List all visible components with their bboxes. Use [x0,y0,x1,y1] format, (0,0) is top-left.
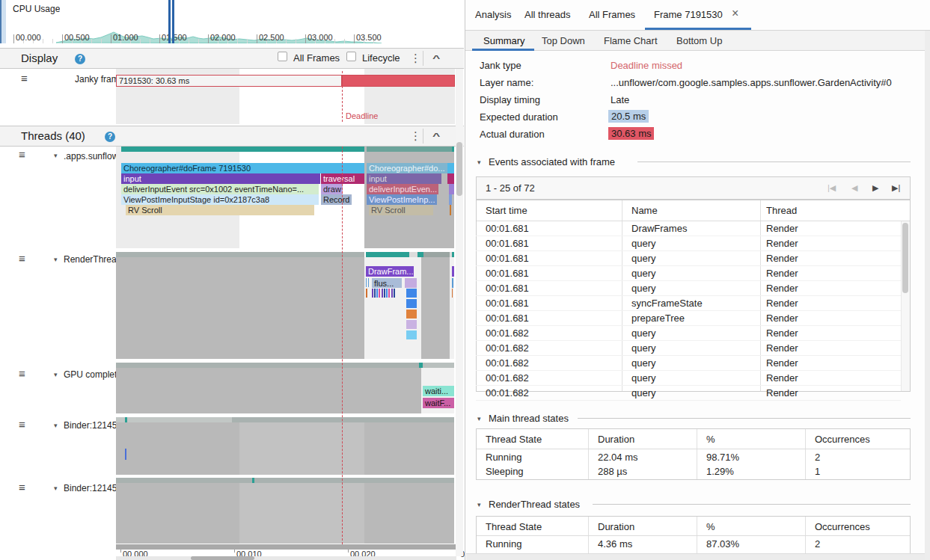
table-row[interactable]: Running 22.04 ms 98.71% 2 [476,450,909,464]
tab-flame-chart[interactable]: Flame Chart [604,35,658,46]
thread-label-renderthread[interactable]: RenderThread [64,254,121,265]
janky-frame-bar[interactable]: 7191530: 30.63 ms [116,75,342,87]
table-row[interactable]: 00:01.682 query Render [476,341,901,356]
table-row[interactable]: 00:01.681 query Render [476,281,901,296]
caret-down-icon[interactable]: ▾ [54,422,58,429]
kebab-menu-icon[interactable]: ⋮ [410,52,421,65]
tab-top-down[interactable]: Top Down [542,35,585,46]
table-row[interactable]: 00:01.681 prepareTree Render [476,311,901,326]
jank-type-value: Deadline missed [611,60,682,71]
trace-event-traversal[interactable]: traversal [321,173,364,184]
table-row[interactable]: 00:01.681 DrawFrames Render [476,221,901,236]
selection-marker[interactable] [168,0,171,43]
drag-handle-icon[interactable]: ≡ [19,482,25,493]
caret-down-icon[interactable]: ▾ [54,256,58,263]
events-col-name[interactable]: Name [631,205,658,216]
collapse-chevron-icon[interactable]: ^ [432,54,440,63]
states-col-thread-state[interactable]: Thread State [486,434,542,445]
trace-event-rv-scroll-dim[interactable]: RV Scroll [369,205,433,215]
last-page-icon[interactable]: ▶| [892,183,900,193]
section-collapse-caret-icon[interactable]: ▾ [477,501,481,508]
states-col-percent[interactable]: % [706,434,715,445]
events-scrollbar-thumb[interactable] [902,223,908,293]
caret-down-icon[interactable]: ▾ [54,484,58,492]
thread-state-bar[interactable] [121,147,364,152]
drag-handle-icon[interactable]: ≡ [19,369,25,379]
display-timing-label: Display timing [480,94,540,105]
trace-event-input[interactable]: input [121,173,320,184]
h-scrollbar-track[interactable] [466,553,925,560]
janky-frame-bar-overrun[interactable] [342,75,455,87]
collapse-chevron-icon[interactable]: ^ [432,132,440,141]
h-scrollbar-thumb[interactable] [191,556,254,560]
states-col-duration[interactable]: Duration [598,434,634,445]
selection-marker[interactable] [172,0,174,43]
trace-event-draw[interactable]: draw [321,184,343,194]
thread-state-bar-dim[interactable] [367,147,452,152]
events-col-start-time[interactable]: Start time [486,205,527,216]
states-col-duration[interactable]: Duration [598,521,634,532]
trace-event-choreographer[interactable]: Choreographer#doFrame 7191530 [121,163,364,173]
trace-event-choreographer-dim[interactable]: Choreographer#do... [367,163,452,173]
table-row[interactable]: 00:01.681 query Render [476,236,901,251]
all-frames-checkbox[interactable] [278,52,287,61]
tab-frame-7191530[interactable]: Frame 7191530 [654,9,723,20]
drag-handle-icon[interactable]: ≡ [19,253,25,264]
help-icon[interactable]: ? [105,132,115,142]
drag-handle-icon[interactable]: ≡ [19,419,25,430]
close-icon[interactable]: × [732,7,738,20]
trace-event-viewpostime[interactable]: ViewPostImeInputStage id=0x2187c3a8 [121,194,319,205]
table-row[interactable]: 00:01.682 query Render [476,356,901,371]
trace-event-input-dim[interactable]: input [367,173,441,184]
table-row[interactable]: Sleeping 288 µs 1.29% 1 [476,464,909,479]
tab-all-threads[interactable]: All threads [524,9,570,20]
table-row[interactable]: 00:01.681 syncFrameState Render [476,296,901,311]
trace-event-deliver-dim[interactable]: deliverInputEven... [367,184,438,194]
table-row[interactable]: Running 4.36 ms 87.03% 2 [476,537,909,551]
trace-event-record[interactable]: Record ... [321,194,352,205]
event-thread: Render [766,357,798,369]
tab-summary[interactable]: Summary [483,35,525,46]
states-col-occurrences[interactable]: Occurrences [815,521,870,532]
trace-event-waitfence[interactable]: waitF... [423,398,454,408]
drag-handle-icon[interactable]: ≡ [19,150,25,160]
next-page-icon[interactable]: ▶ [872,183,878,193]
h-scrollbar-track[interactable] [116,556,456,560]
trace-event-drawframes[interactable]: DrawFram... [366,266,414,277]
trace-event-flush[interactable]: flus... [372,278,402,288]
first-page-icon[interactable]: |◀ [827,183,836,193]
caret-down-icon[interactable]: ▾ [54,152,58,159]
cpu-minimap-edge [0,0,6,43]
tab-analysis[interactable]: Analysis [475,9,511,20]
trace-event-rv-scroll[interactable]: RV Scroll [126,205,314,215]
trace-event-waiting[interactable]: waiti... [423,386,454,396]
caret-down-icon[interactable]: ▾ [54,371,58,378]
states-col-percent[interactable]: % [706,521,715,532]
table-row[interactable]: 00:01.682 query Render [476,386,901,401]
section-collapse-caret-icon[interactable]: ▾ [477,415,481,422]
tab-bottom-up[interactable]: Bottom Up [676,35,722,46]
kebab-menu-icon[interactable]: ⋮ [410,129,421,143]
v-scrollbar-track[interactable] [925,31,930,560]
tab-all-frames[interactable]: All Frames [589,9,635,20]
table-row[interactable]: 00:01.682 query Render [476,371,901,386]
trace-event-deliver-input[interactable]: deliverInputEvent src=0x1002 eventTimeNa… [121,184,319,194]
table-row[interactable]: 00:01.681 query Render [476,251,901,266]
cpu-tick-1: 00.500 [64,33,90,42]
drag-handle-icon[interactable]: ≡ [21,73,28,84]
table-row[interactable]: 00:01.681 query Render [476,266,901,281]
events-col-thread[interactable]: Thread [766,205,797,216]
event-name: syncFrameState [631,298,703,309]
trace-event-viewpostime-dim[interactable]: ViewPostImeInp... [367,194,437,205]
v-scrollbar-thumb[interactable] [456,142,462,196]
states-col-occurrences[interactable]: Occurrences [815,434,870,445]
table-row[interactable]: 00:01.682 query Render [476,326,901,341]
help-icon[interactable]: ? [75,54,85,64]
states-col-thread-state[interactable]: Thread State [486,521,542,532]
section-collapse-caret-icon[interactable]: ▾ [477,159,481,166]
cpu-tick-4: 02.000 [210,33,236,42]
event-start-time: 00:01.681 [486,223,529,234]
lifecycle-checkbox[interactable] [346,52,356,61]
prev-page-icon[interactable]: ◀ [851,183,857,193]
event-thread: Render [766,223,798,234]
